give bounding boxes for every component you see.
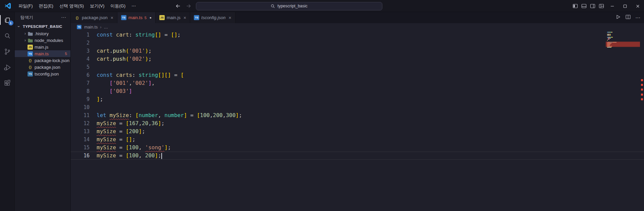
code-line-12[interactable]: 12mySize = [167,20,36]; — [71, 119, 644, 127]
tree-item-main.ts[interactable]: TSmain.ts5 — [15, 50, 70, 57]
tab-package.json[interactable]: {}package.json× — [71, 12, 117, 23]
tree-root[interactable]: ›TYPESCRIPT_BASIC — [15, 23, 70, 30]
explorer-sidebar: 탐색기 ⋯ ›TYPESCRIPT_BASIC›.history›node_mo… — [15, 12, 71, 211]
code-line-1[interactable]: 1const cart: string[] = []; — [71, 31, 644, 39]
code-token: '001' — [129, 48, 145, 54]
line-number[interactable]: 2 — [71, 39, 97, 47]
code-area[interactable]: 1const cart: string[] = [];23cart.push('… — [71, 31, 644, 160]
code-token: ] — [235, 112, 239, 118]
code-line-15[interactable]: 15mySize = [100, 'song']; — [71, 144, 644, 152]
tab-main.ts[interactable]: TSmain.ts5● — [117, 12, 156, 23]
line-number[interactable]: 15 — [71, 144, 97, 152]
customize-layout-icon[interactable] — [599, 3, 604, 9]
minimap[interactable] — [607, 32, 639, 48]
extensions-icon[interactable] — [0, 75, 15, 91]
maximize-button[interactable] — [619, 0, 631, 12]
line-number[interactable]: 7 — [71, 79, 97, 87]
toggle-panel-bottom-icon[interactable] — [581, 3, 587, 9]
tree-item-.history[interactable]: ›.history — [15, 30, 70, 37]
code-token: : — [129, 32, 135, 38]
toggle-sidebar-left-icon[interactable] — [573, 3, 578, 9]
breadcrumb-more[interactable]: … — [104, 25, 108, 30]
line-content: ]; — [97, 95, 103, 103]
run-file-icon[interactable] — [615, 14, 621, 21]
tree-item-package-lock.json[interactable]: {}package-lock.json — [15, 57, 70, 64]
line-number[interactable]: 8 — [71, 87, 97, 95]
code-line-8[interactable]: 8 ['003'] — [71, 87, 644, 95]
forward-arrow-icon[interactable] — [185, 3, 192, 9]
breadcrumb-file[interactable]: main.ts — [84, 25, 98, 30]
split-editor-icon[interactable] — [625, 14, 631, 21]
line-content: mySize = [100, 'song']; — [97, 144, 171, 152]
vscode-window: 파일(F)편집(E)선택 영역(S)보기(V)이동(G)⋯ typescript… — [0, 0, 644, 211]
overview-ruler-error — [641, 94, 643, 96]
tree-item-main.js[interactable]: JSmain.js — [15, 44, 70, 50]
code-line-16[interactable]: 16mySize = [100, 200]; — [71, 152, 644, 160]
line-number[interactable]: 6 — [71, 71, 97, 79]
line-number[interactable]: 4 — [71, 55, 97, 63]
back-arrow-icon[interactable] — [175, 3, 181, 9]
line-number[interactable]: 13 — [71, 127, 97, 136]
close-tab-icon[interactable]: × — [229, 15, 231, 20]
code-line-9[interactable]: 9]; — [71, 95, 644, 103]
file-tree: ›TYPESCRIPT_BASIC›.history›node_modulesJ… — [15, 23, 70, 77]
code-line-10[interactable]: 10 — [71, 103, 644, 111]
close-tab-icon[interactable]: × — [111, 15, 113, 20]
toggle-sidebar-right-icon[interactable] — [590, 3, 595, 9]
minimize-button[interactable] — [606, 0, 619, 12]
command-center-search[interactable]: typescript_basic — [196, 2, 382, 10]
code-line-5[interactable]: 5 — [71, 63, 644, 71]
line-number[interactable]: 3 — [71, 47, 97, 55]
search-icon — [271, 4, 275, 8]
line-number[interactable]: 5 — [71, 63, 97, 71]
tree-item-tsconfig.json[interactable]: TStsconfig.json — [15, 70, 70, 77]
source-control-icon[interactable] — [0, 44, 15, 59]
code-line-4[interactable]: 4cart.push('002'); — [71, 55, 644, 63]
line-number[interactable]: 1 — [71, 31, 97, 39]
editor-more-icon[interactable]: ⋯ — [635, 15, 641, 21]
close-window-button[interactable] — [631, 0, 644, 12]
run-and-debug-icon[interactable] — [0, 59, 15, 75]
menu-overflow[interactable]: ⋯ — [128, 2, 139, 10]
code-token: number — [139, 112, 158, 118]
tree-item-node_modules[interactable]: ›node_modules — [15, 37, 70, 44]
code-token: , — [139, 120, 142, 126]
code-line-3[interactable]: 3cart.push('001'); — [71, 47, 644, 55]
dirty-dot-icon[interactable]: ● — [150, 16, 152, 19]
menu-item-0[interactable]: 파일(F) — [15, 2, 36, 10]
line-number[interactable]: 9 — [71, 95, 97, 103]
line-number[interactable]: 16 — [71, 152, 97, 160]
minimap-line — [607, 46, 639, 47]
code-token: cart — [97, 48, 110, 54]
code-token: ] — [148, 80, 152, 86]
code-token: ) — [145, 48, 149, 54]
line-number[interactable]: 14 — [71, 136, 97, 144]
menu-item-4[interactable]: 이동(G) — [107, 2, 128, 10]
line-number[interactable]: 11 — [71, 111, 97, 119]
code-line-7[interactable]: 7 ['001','002'], — [71, 79, 644, 87]
code-line-13[interactable]: 13mySize = [200]; — [71, 127, 644, 136]
explorer-icon[interactable]: 1 — [0, 12, 15, 28]
search-sidebar-icon[interactable] — [0, 28, 15, 44]
close-tab-icon[interactable]: × — [183, 15, 186, 20]
tab-label: tsconfig.json — [201, 15, 225, 20]
tab-main.js[interactable]: JSmain.js× — [156, 12, 190, 23]
menu-item-1[interactable]: 편집(E) — [36, 2, 56, 10]
sidebar-more-icon[interactable]: ⋯ — [61, 14, 66, 20]
code-line-6[interactable]: 6const carts: string[][] = [ — [71, 71, 644, 79]
tab-tsconfig.json[interactable]: TStsconfig.json× — [190, 12, 235, 23]
code-token: , — [139, 144, 145, 151]
line-number[interactable]: 12 — [71, 119, 97, 127]
code-token — [97, 88, 110, 94]
code-line-14[interactable]: 14mySize = []; — [71, 136, 644, 144]
tree-item-package.json[interactable]: {}package.json — [15, 64, 70, 70]
code-line-2[interactable]: 2 — [71, 39, 644, 47]
line-number[interactable]: 10 — [71, 103, 97, 111]
breadcrumb[interactable]: TS main.ts › … — [71, 23, 644, 31]
menu-item-3[interactable]: 보기(V) — [87, 2, 107, 10]
code-editor[interactable]: 1const cart: string[] = [];23cart.push('… — [71, 31, 644, 211]
menu-item-2[interactable]: 선택 영역(S) — [56, 2, 87, 10]
code-line-11[interactable]: 11let mySize: [number, number] = [100,20… — [71, 111, 644, 119]
code-token: ; — [100, 96, 103, 102]
code-token: mySize — [97, 128, 116, 135]
